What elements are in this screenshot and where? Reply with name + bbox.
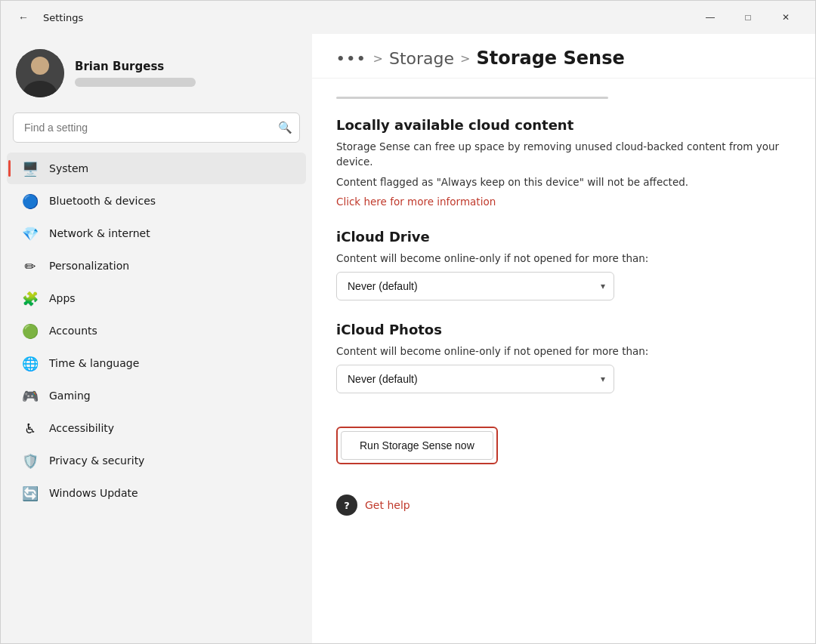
- bluetooth-icon: 🔵: [22, 193, 39, 209]
- sidebar-label-accessibility: Accessibility: [49, 422, 114, 434]
- accessibility-icon: ♿: [22, 420, 39, 436]
- search-box: 🔍: [13, 112, 300, 143]
- run-storage-sense-button[interactable]: Run Storage Sense now: [341, 431, 493, 460]
- search-input[interactable]: [13, 112, 300, 143]
- help-icon: ?: [336, 495, 357, 516]
- breadcrumb: ••• > Storage > Storage Sense: [312, 34, 815, 79]
- sidebar-label-accounts: Accounts: [49, 325, 97, 337]
- user-email-blur: [75, 78, 196, 87]
- icloud-photos-dropdown-wrapper: Never (default) 1 day 14 days 30 days 60…: [336, 365, 614, 393]
- run-button-wrapper: Run Storage Sense now: [336, 427, 498, 464]
- svg-point-1: [31, 57, 49, 75]
- cloud-content-title: Locally available cloud content: [336, 117, 791, 133]
- breadcrumb-current: Storage Sense: [476, 48, 624, 69]
- user-name: Brian Burgess: [75, 60, 196, 73]
- sidebar-item-system[interactable]: 🖥️ System: [7, 153, 306, 184]
- gaming-icon: 🎮: [22, 387, 39, 404]
- sidebar-item-personalization[interactable]: ✏️ Personalization: [7, 250, 306, 282]
- search-icon[interactable]: 🔍: [278, 121, 292, 134]
- window-controls: — □ ✕: [693, 5, 803, 29]
- minimize-button[interactable]: —: [693, 5, 728, 29]
- close-button[interactable]: ✕: [768, 5, 803, 29]
- cloud-content-section: Locally available cloud content Storage …: [336, 117, 791, 229]
- sidebar-item-bluetooth[interactable]: 🔵 Bluetooth & devices: [7, 185, 306, 217]
- sidebar-item-update[interactable]: 🔄 Windows Update: [7, 477, 306, 509]
- breadcrumb-storage-link[interactable]: Storage: [389, 49, 454, 68]
- sidebar-label-time: Time & language: [49, 357, 139, 369]
- sidebar-nav: 🖥️ System 🔵 Bluetooth & devices 💎 Networ…: [1, 152, 312, 510]
- sidebar-item-apps[interactable]: 🧩 Apps: [7, 282, 306, 314]
- sidebar-label-personalization: Personalization: [49, 260, 129, 272]
- update-icon: 🔄: [22, 485, 39, 501]
- main-content: Locally available cloud content Storage …: [312, 79, 815, 534]
- settings-window: ← Settings — □ ✕ Brian Burges: [0, 0, 816, 644]
- main-panel: ••• > Storage > Storage Sense Locally av…: [312, 34, 815, 643]
- sidebar-item-privacy[interactable]: 🛡️ Privacy & security: [7, 445, 306, 476]
- breadcrumb-dots[interactable]: •••: [336, 51, 367, 66]
- sidebar-label-system: System: [49, 162, 88, 174]
- breadcrumb-sep2: >: [460, 51, 470, 66]
- cloud-content-desc1: Storage Sense can free up space by remov…: [336, 139, 791, 170]
- icloud-photos-section: iCloud Photos Content will become online…: [336, 322, 791, 393]
- app-title: Settings: [43, 12, 83, 23]
- scroll-indicator: [336, 97, 608, 99]
- sidebar-label-network: Network & internet: [49, 227, 150, 239]
- get-help-link[interactable]: Get help: [365, 499, 410, 511]
- privacy-icon: 🛡️: [22, 452, 39, 469]
- back-button[interactable]: ←: [13, 7, 34, 28]
- icloud-photos-desc: Content will become online-only if not o…: [336, 344, 791, 359]
- sidebar-label-privacy: Privacy & security: [49, 454, 144, 467]
- icloud-photos-title: iCloud Photos: [336, 322, 791, 337]
- sidebar-label-gaming: Gaming: [49, 390, 91, 402]
- run-button-label: Run Storage Sense now: [360, 439, 474, 451]
- content-area: Brian Burgess 🔍 🖥️ System 🔵 Bluetooth & …: [1, 34, 815, 643]
- network-icon: 💎: [22, 225, 39, 242]
- icloud-drive-dropdown-wrapper: Never (default) 1 day 14 days 30 days 60…: [336, 272, 614, 300]
- personalization-icon: ✏️: [22, 257, 39, 274]
- user-section: Brian Burgess: [1, 34, 312, 109]
- sidebar-label-update: Windows Update: [49, 487, 138, 499]
- sidebar-item-accounts[interactable]: 🟢 Accounts: [7, 315, 306, 347]
- sidebar-item-gaming[interactable]: 🎮 Gaming: [7, 380, 306, 411]
- icloud-drive-title: iCloud Drive: [336, 229, 791, 245]
- apps-icon: 🧩: [22, 290, 39, 307]
- avatar-image: [16, 49, 64, 97]
- icloud-drive-dropdown[interactable]: Never (default) 1 day 14 days 30 days 60…: [336, 272, 614, 300]
- title-bar: ← Settings — □ ✕: [1, 1, 815, 34]
- sidebar-item-accessibility[interactable]: ♿ Accessibility: [7, 412, 306, 444]
- breadcrumb-sep1: >: [373, 51, 383, 66]
- more-info-link[interactable]: Click here for more information: [336, 196, 496, 208]
- title-bar-left: ← Settings: [13, 7, 83, 28]
- icloud-photos-dropdown[interactable]: Never (default) 1 day 14 days 30 days 60…: [336, 365, 614, 393]
- icloud-drive-desc: Content will become online-only if not o…: [336, 251, 791, 266]
- sidebar-label-apps: Apps: [49, 292, 76, 304]
- sidebar-item-time[interactable]: 🌐 Time & language: [7, 347, 306, 379]
- get-help-section: ? Get help: [336, 495, 791, 516]
- system-icon: 🖥️: [22, 160, 39, 177]
- time-icon: 🌐: [22, 355, 39, 371]
- accounts-icon: 🟢: [22, 322, 39, 339]
- maximize-button[interactable]: □: [731, 5, 765, 29]
- cloud-content-desc2: Content flagged as "Always keep on this …: [336, 174, 791, 190]
- sidebar-item-network[interactable]: 💎 Network & internet: [7, 217, 306, 249]
- icloud-drive-section: iCloud Drive Content will become online-…: [336, 229, 791, 300]
- sidebar: Brian Burgess 🔍 🖥️ System 🔵 Bluetooth & …: [1, 34, 312, 643]
- user-info: Brian Burgess: [75, 60, 196, 87]
- sidebar-label-bluetooth: Bluetooth & devices: [49, 195, 156, 207]
- avatar: [16, 49, 64, 97]
